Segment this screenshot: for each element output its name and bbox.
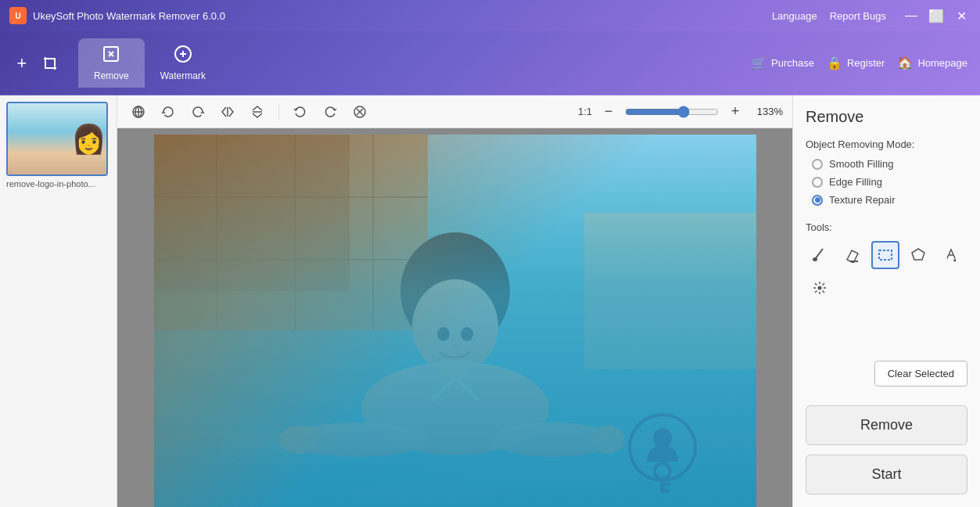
canvas-image-wrapper xyxy=(154,135,756,507)
svg-point-46 xyxy=(655,463,670,479)
right-panel: Remove Object Removing Mode: Smooth Fill… xyxy=(792,95,980,507)
svg-line-61 xyxy=(823,291,825,293)
zoom-1to1-label[interactable]: 1:1 xyxy=(578,106,592,117)
zoom-in-button[interactable]: + xyxy=(723,100,747,124)
mode-texture-radio[interactable] xyxy=(812,195,823,206)
app-logo: U xyxy=(9,7,27,24)
remove-title: Remove xyxy=(806,108,967,126)
mode-edge[interactable]: Edge Filling xyxy=(812,176,967,188)
close-button[interactable]: ✕ xyxy=(952,6,971,25)
canvas-image-display xyxy=(154,135,756,507)
svg-line-60 xyxy=(815,283,817,286)
tool-brush-button[interactable] xyxy=(806,241,834,269)
toolbar-tabs: Remove Watermark xyxy=(78,38,751,88)
zoom-slider[interactable] xyxy=(625,106,719,118)
tab-remove[interactable]: Remove xyxy=(78,38,145,88)
svg-point-43 xyxy=(451,343,459,348)
rotate-right-button[interactable] xyxy=(186,100,210,124)
purchase-icon: 🛒 xyxy=(751,56,766,70)
tool-rect-button[interactable] xyxy=(871,241,899,269)
register-button[interactable]: 🔒 Register xyxy=(827,56,885,70)
image-toolbar: 1:1 − + 133% xyxy=(117,95,792,128)
tool-eraser-button[interactable] xyxy=(838,241,867,269)
svg-rect-53 xyxy=(879,250,892,260)
svg-line-50 xyxy=(816,249,823,258)
thumbnail-image: pool xyxy=(8,103,106,174)
add-file-button[interactable]: + xyxy=(9,51,34,76)
cancel-selection-button[interactable] xyxy=(348,100,372,124)
svg-point-31 xyxy=(400,232,510,350)
svg-rect-1 xyxy=(8,116,71,162)
svg-point-32 xyxy=(412,279,498,373)
svg-rect-47 xyxy=(660,477,665,493)
svg-point-64 xyxy=(818,286,822,290)
svg-point-41 xyxy=(437,327,450,341)
separator-1 xyxy=(278,104,279,120)
svg-point-30 xyxy=(350,485,506,504)
svg-line-62 xyxy=(823,283,825,286)
left-panel: pool remove-logo-in-photo... xyxy=(0,95,117,507)
flip-vertical-button[interactable] xyxy=(246,100,269,124)
svg-text:pool: pool xyxy=(36,155,43,160)
svg-point-39 xyxy=(279,426,318,454)
tab-watermark[interactable]: Watermark xyxy=(145,38,221,88)
mode-edge-radio[interactable] xyxy=(812,177,823,188)
svg-rect-25 xyxy=(584,213,756,369)
toolbar-left: + xyxy=(9,51,63,76)
mode-texture[interactable]: Texture Repair xyxy=(812,194,967,206)
minimize-button[interactable]: — xyxy=(902,6,921,25)
svg-line-35 xyxy=(432,377,455,401)
tool-fill-button[interactable] xyxy=(937,241,965,269)
remove-tab-icon xyxy=(102,45,120,67)
mode-smooth-radio[interactable] xyxy=(812,159,823,170)
rotate-left-button[interactable] xyxy=(156,100,180,124)
tab-watermark-label: Watermark xyxy=(160,70,206,81)
main-toolbar: + Remove xyxy=(0,31,980,95)
redo-button[interactable] xyxy=(318,100,342,124)
language-button[interactable]: Language xyxy=(772,10,817,22)
svg-rect-17 xyxy=(154,135,756,507)
start-button[interactable]: Start xyxy=(806,455,967,494)
canvas-area[interactable] xyxy=(117,128,792,507)
grid-tool-button[interactable] xyxy=(127,100,150,124)
maximize-button[interactable]: ⬜ xyxy=(927,6,946,25)
toolbar-right: 🛒 Purchase 🔒 Register 🏠 Homepage xyxy=(751,56,980,70)
purchase-button[interactable]: 🛒 Purchase xyxy=(751,56,814,70)
svg-rect-27 xyxy=(154,369,756,507)
register-icon: 🔒 xyxy=(827,56,842,70)
svg-point-4 xyxy=(30,131,49,153)
thumbnail-item[interactable]: pool xyxy=(6,102,108,176)
thumbnail-label: remove-logo-in-photo... xyxy=(6,179,108,189)
spacer xyxy=(806,318,967,361)
zoom-out-button[interactable]: − xyxy=(597,100,620,124)
svg-point-51 xyxy=(813,257,817,261)
clear-selected-button[interactable]: Clear Selected xyxy=(874,361,967,387)
svg-point-44 xyxy=(630,415,695,480)
tools-section: Tools: xyxy=(806,221,967,302)
window-controls: — ⬜ ✕ xyxy=(902,6,971,25)
titlebar: U UkeySoft Photo Watermark Remover 6.0.0… xyxy=(0,0,980,31)
svg-rect-48 xyxy=(665,483,671,486)
mode-texture-label: Texture Repair xyxy=(829,194,896,206)
titlebar-actions: Language Report Bugs xyxy=(772,10,886,22)
svg-rect-26 xyxy=(154,432,756,448)
tool-magic-button[interactable] xyxy=(806,274,834,302)
home-icon: 🏠 xyxy=(897,56,913,70)
remove-button[interactable]: Remove xyxy=(806,405,967,445)
svg-point-29 xyxy=(428,459,662,483)
canvas-container: 1:1 − + 133% xyxy=(117,95,792,507)
flip-horizontal-button[interactable] xyxy=(216,100,239,124)
crop-button[interactable] xyxy=(38,51,63,76)
svg-line-36 xyxy=(455,377,479,401)
homepage-button[interactable]: 🏠 Homepage xyxy=(897,56,967,70)
tab-remove-label: Remove xyxy=(94,70,129,81)
undo-button[interactable] xyxy=(289,100,312,124)
svg-rect-49 xyxy=(665,489,669,492)
zoom-controls: 1:1 − + 133% xyxy=(578,100,783,124)
object-removing-mode-label: Object Removing Mode: xyxy=(806,138,967,150)
mode-smooth[interactable]: Smooth Filling xyxy=(812,158,967,170)
svg-point-34 xyxy=(361,361,549,455)
tool-lasso-button[interactable] xyxy=(904,241,932,269)
svg-point-5 xyxy=(34,128,45,140)
report-bugs-button[interactable]: Report Bugs xyxy=(830,10,886,22)
